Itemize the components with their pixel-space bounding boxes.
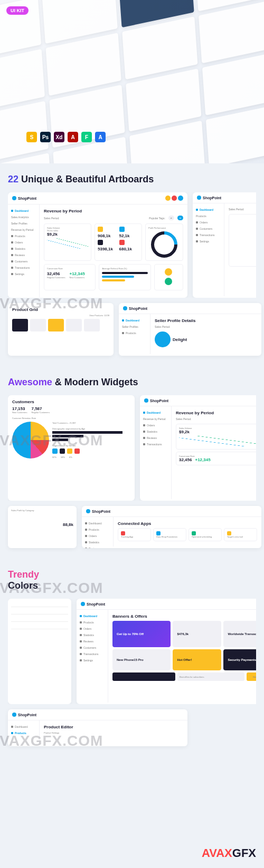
photoshop-icon: Ps — [40, 132, 51, 142]
sketch-icon: S — [26, 132, 37, 142]
sidebar-item[interactable]: Statistics — [11, 246, 36, 252]
widgets-heading: Awesome & Modern Widgets — [8, 377, 256, 388]
profit-card: Profit Performance — [145, 223, 183, 261]
connected-apps-shot: ShopPoint Dashboard Products Orders Stat… — [82, 506, 261, 548]
banner-worldwide[interactable]: Worldwide Transac — [223, 621, 256, 647]
sidebar-item[interactable]: Settings — [11, 271, 36, 277]
conversion-card: Conversion Rate 32,456Regular Customers … — [44, 264, 96, 290]
sidebar-item[interactable]: Reviews — [11, 252, 36, 258]
revenue-shot-2: ShopPoint Dashboard Revenue by Period Or… — [140, 395, 256, 501]
widgets-section: Awesome & Modern Widgets Customers 17,15… — [0, 366, 264, 559]
table-shot — [8, 599, 71, 704]
referral-card: Average Referral Rate (%) — [99, 264, 150, 290]
sidebar-item-dashboard[interactable]: Dashboard — [11, 208, 36, 214]
side-dashboard-shot: ShopPoint Dashboard Products Orders Cust… — [193, 192, 256, 298]
sidebar-item[interactable]: Revenue by Period — [11, 227, 36, 233]
stats-grid: 908,1k 52,1k 5398,1k 680,1k — [95, 223, 142, 261]
sidebar-item[interactable]: Products — [11, 233, 36, 239]
banner-security[interactable]: Security Payments — [223, 649, 256, 670]
line-chart — [47, 238, 88, 249]
banner-value[interactable]: $476,3k — [173, 621, 221, 647]
artboards-heading: 22 Unique & Beautiful Artboards — [8, 174, 256, 185]
page-title: Revenue by Period — [44, 209, 183, 213]
xd-icon: Xd — [54, 132, 64, 142]
acrobat-icon: A — [68, 132, 78, 142]
banner-hot[interactable]: Hot Offer! — [173, 649, 221, 670]
banner-discount[interactable]: Get Up to 70% Off — [112, 621, 171, 647]
profit-category-shot: Sales Profit by Category: 88,8k — [8, 506, 77, 548]
sidebar-item[interactable]: Transactions — [11, 265, 36, 271]
product-editor-shot: ShopPoint Dashboard Products Product Edi… — [8, 709, 187, 746]
sales-volume-card: Sales Volume Gross sales $9,2k — [44, 223, 91, 261]
revenue-dashboard-shot: ShopPoint Dashboard Sales Analytics Sell… — [8, 192, 187, 298]
pie-chart — [12, 422, 49, 459]
artboards-section: 22 Unique & Beautiful Artboards ShopPoin… — [0, 163, 264, 366]
uikit-badge: UI KIT — [6, 6, 29, 15]
colors-heading: Trendy Colors — [8, 569, 256, 591]
product-grid-shot: Product Grid View Products: 12/28 — [8, 303, 114, 356]
seller-profile-shot: ShopPoint Dashboard Seller Profiles Prod… — [119, 303, 261, 356]
app-logo: ShopPoint — [12, 196, 36, 200]
sidebar-item[interactable]: Customers — [11, 258, 36, 265]
affinity-icon: A — [95, 132, 106, 142]
sidebar: Dashboard Sales Analytics Seller Profile… — [8, 204, 40, 297]
customers-shot: Customers 17,153New Customers 7,587Regul… — [8, 395, 135, 501]
banners-shot: ShopPoint Dashboard Products Orders Stat… — [77, 599, 256, 704]
figma-icon: F — [81, 132, 92, 142]
donut-chart — [146, 226, 183, 264]
sidebar-item[interactable]: Sales Analytics — [11, 214, 36, 220]
app-icons-row: S Ps Xd A F A — [26, 132, 106, 142]
hero-section: UI KIT S Ps Xd A F A — [0, 0, 264, 163]
colors-section: Trendy Colors ShopPoint Dashboard Produc… — [0, 559, 264, 757]
sidebar-item[interactable]: Seller Profiles — [11, 220, 36, 227]
banner-phone[interactable]: New Phone15 Pro — [112, 649, 171, 670]
sidebar-item[interactable]: Orders — [11, 239, 36, 246]
